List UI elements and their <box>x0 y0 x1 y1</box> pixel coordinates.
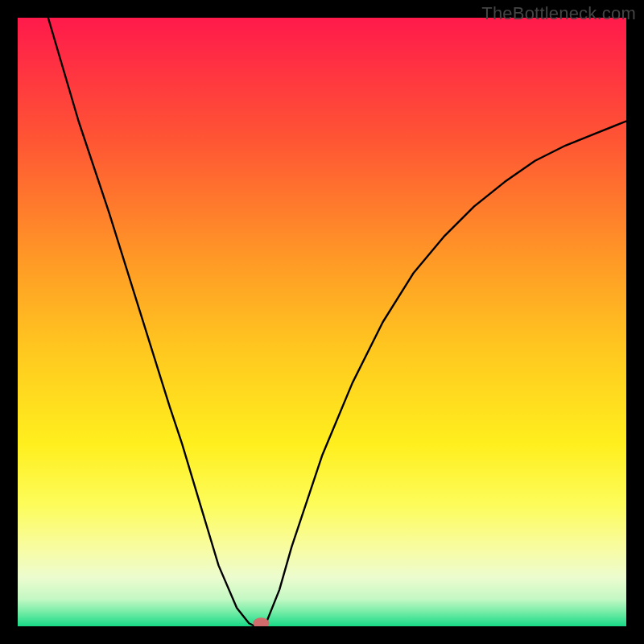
chart-container: { "watermark": "TheBottleneck.com", "cha… <box>0 0 644 644</box>
bottleneck-plot <box>18 18 626 626</box>
watermark-text: TheBottleneck.com <box>481 3 636 24</box>
plot-svg <box>18 18 626 626</box>
gradient-background <box>18 18 626 626</box>
